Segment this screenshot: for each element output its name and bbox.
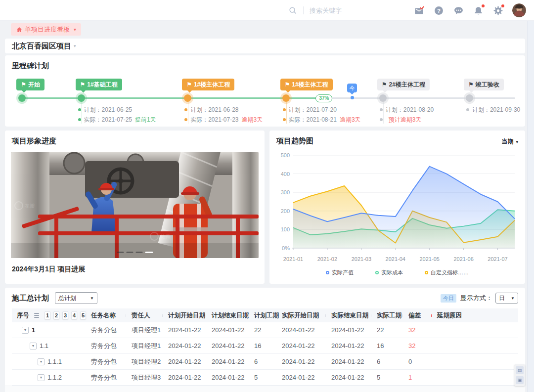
photo-card: 项目形象进度 — [5, 131, 265, 284]
mail-icon[interactable] — [414, 5, 424, 16]
trend-chart-card: 项目趋势图 当期▾ 0%1002003004005002021-012021-0… — [269, 131, 525, 284]
page-title: 北京百香园区项目 — [12, 42, 71, 51]
today-bubble: 今 — [347, 84, 357, 92]
milestone-label: 2#楼主体工程 — [389, 81, 425, 88]
actual-start-cell: 2024-01-22 — [277, 342, 326, 349]
plan-date: 计划：2021-09-30 — [472, 106, 520, 113]
today-badge[interactable]: 今日 — [441, 294, 456, 303]
avatar-image — [512, 3, 526, 17]
legend-marker — [326, 271, 329, 274]
flag-icon: ⚑ — [21, 81, 26, 88]
column-header-label: 偏差 — [408, 312, 421, 319]
column-header: 任务名称 — [86, 311, 127, 320]
deviation-value: 0 — [408, 358, 412, 365]
row-number: 1.1.1 — [47, 358, 62, 365]
chevron-down-icon: ▾ — [74, 27, 76, 32]
legend-label: 实际成本 — [381, 269, 403, 276]
plan-date-line: 计划：2021-09-30 — [466, 105, 520, 115]
plan-duration-cell: 16 — [249, 342, 277, 349]
bell-icon[interactable] — [473, 5, 484, 16]
avatar[interactable] — [512, 3, 526, 17]
milestone-pill: ⚑1#基础工程 — [76, 79, 122, 90]
column-header-label: 计划工期 — [254, 312, 279, 319]
display-mode-value: 日 — [499, 294, 505, 303]
flag-icon: ⚑ — [468, 81, 474, 88]
legend-item[interactable]: 实际成本 — [375, 269, 403, 276]
carousel-indicators — [117, 252, 153, 253]
level-button[interactable]: 1 — [44, 311, 50, 319]
svg-text:2021-03: 2021-03 — [352, 256, 371, 262]
floating-widget[interactable]: ▤ ▣ — [514, 364, 525, 386]
svg-text:2021-02: 2021-02 — [317, 256, 337, 262]
legend-item[interactable]: 实际产值 — [326, 269, 354, 276]
search-input[interactable] — [310, 7, 373, 14]
table-row[interactable]: ▾1.1劳务分包项目经理12024-01-222024-01-22162024-… — [12, 338, 518, 354]
status-badge: 逾期3天 — [242, 116, 263, 123]
expand-toggle[interactable]: ▾ — [30, 343, 37, 349]
caret-icon: ▼ — [511, 296, 515, 301]
milestone-dot — [184, 94, 191, 102]
row-number-cell: ▾1 — [12, 326, 86, 334]
project-photo[interactable]: 花瓣 花瓣 — [11, 152, 259, 258]
expand-toggle[interactable]: ▾ — [38, 358, 44, 365]
search-icon[interactable] — [288, 6, 297, 15]
column-header: 计划开始日期 — [163, 311, 207, 320]
pill-tail — [187, 88, 192, 93]
search-box — [288, 6, 373, 15]
actual-date-line: 预计逾期3天 — [380, 115, 434, 125]
schedule-table-card: 施工总计划 总计划 ▼ 今日 显示方式： 日 ▼ 序号12345任务名称责任人计… — [5, 288, 525, 392]
display-mode-select[interactable]: 日 ▼ — [495, 293, 518, 304]
date-bullet — [283, 108, 286, 111]
table-row-partial — [5, 386, 525, 392]
gear-icon[interactable] — [493, 5, 503, 16]
divider — [303, 6, 304, 14]
pill-tail — [382, 88, 387, 93]
level-button[interactable]: 4 — [71, 311, 77, 319]
help-icon[interactable]: ? — [434, 5, 444, 16]
level-button[interactable]: 3 — [62, 311, 68, 319]
actual-date-line: 实际：2021-07-23逾期3天 — [184, 115, 263, 125]
project-title-bar: 北京百香园区项目 ▾ — [5, 39, 525, 53]
floating-widget-icon-2[interactable]: ▣ — [516, 376, 524, 384]
today-dot — [351, 96, 354, 99]
deviation-cell: 32 — [403, 342, 432, 349]
plan-type-select[interactable]: 总计划 ▼ — [55, 292, 97, 304]
breadcrumb-tab[interactable]: 单项目进度看板 ▾ — [11, 23, 81, 36]
trend-chart: 0%1002003004005002021-012021-022021-0320… — [273, 148, 521, 266]
plan-start-cell: 2024-01-22 — [163, 342, 207, 349]
milestone-label: 1#基础工程 — [87, 81, 117, 88]
table-row[interactable]: ▾1劳务分包项目经理12024-01-222024-01-22222024-01… — [12, 322, 518, 338]
expand-toggle[interactable]: ▾ — [22, 327, 29, 334]
row-number: 1.1 — [40, 342, 48, 349]
carousel-dash[interactable] — [135, 252, 142, 253]
column-header: 实际开始日期 — [277, 311, 326, 320]
milestone-dot — [379, 94, 387, 102]
level-button[interactable]: 2 — [53, 311, 59, 319]
actual-duration-cell: 5 — [372, 374, 403, 381]
carousel-dash[interactable] — [145, 252, 153, 253]
table-row[interactable]: ▾1.1.2劳务分包项目经理32024-01-222024-01-2252024… — [12, 370, 518, 386]
expand-toggle[interactable]: ▾ — [38, 374, 44, 381]
actual-date: 实际：2021-07-25 — [84, 116, 132, 123]
plan-date-line: 计划：2021-08-20 — [380, 105, 434, 115]
chat-icon[interactable] — [453, 5, 464, 16]
floating-widget-icon-1[interactable]: ▤ — [516, 366, 524, 374]
layers-icon[interactable] — [34, 313, 39, 318]
plan-date: 计划：2021-06-28 — [190, 106, 238, 113]
milestone-label: 竣工验收 — [476, 81, 499, 88]
scrollbar[interactable] — [527, 21, 534, 392]
table-row[interactable]: ▾1.1.1劳务分包项目经理22024-01-222024-01-2262024… — [12, 354, 518, 370]
carousel-dash[interactable] — [126, 252, 133, 253]
deviation-value: 32 — [408, 326, 415, 334]
task-cell: 劳务分包 — [86, 357, 127, 366]
period-select[interactable]: 当期▾ — [501, 137, 518, 146]
flag-icon: ⚑ — [285, 81, 290, 88]
milestone-pill: ⚑1#楼主体工程 — [182, 79, 234, 90]
actual-date-line: 实际：2021-08-21逾期3天 — [283, 115, 361, 125]
task-cell: 劳务分包 — [86, 342, 127, 350]
chevron-down-icon[interactable]: ▾ — [74, 44, 76, 48]
legend-label: 实际产值 — [332, 269, 354, 276]
carousel-dash[interactable] — [117, 252, 124, 253]
legend-item[interactable]: 自定义指标…… — [425, 269, 469, 276]
column-header-label: 计划开始日期 — [168, 312, 205, 319]
